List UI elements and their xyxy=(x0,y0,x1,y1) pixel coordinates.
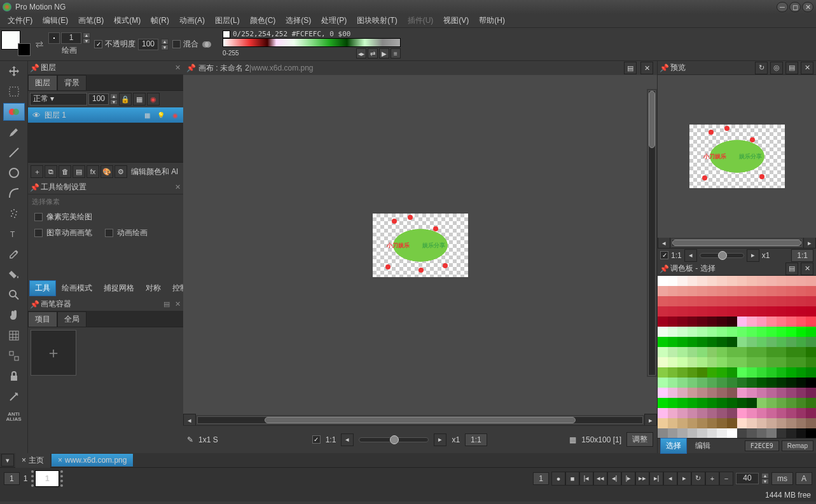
close-window-button[interactable]: ✕ xyxy=(802,2,813,12)
antialias-tool[interactable]: ANTIALIAS xyxy=(3,408,25,426)
palette-cell[interactable] xyxy=(697,276,707,286)
palette-cell[interactable] xyxy=(737,286,747,296)
palette-cell[interactable] xyxy=(777,306,787,317)
palette-cell[interactable] xyxy=(677,327,688,337)
palette-cell[interactable] xyxy=(737,378,747,388)
layer-checker-icon[interactable]: ▦ xyxy=(133,93,146,106)
palette-cell[interactable] xyxy=(707,418,717,428)
delete-layer-icon[interactable]: 🗑 xyxy=(59,165,71,178)
palette-cell[interactable] xyxy=(806,306,816,317)
record-icon[interactable]: ● xyxy=(551,472,565,486)
palette-cell[interactable] xyxy=(717,398,727,408)
ts-tab-0[interactable]: 工具 xyxy=(29,280,56,296)
palette-cell[interactable] xyxy=(796,388,806,398)
palette-cell[interactable] xyxy=(786,388,796,398)
layer-palette-icon[interactable]: 🎨 xyxy=(100,165,113,178)
palette-cell[interactable] xyxy=(668,357,678,367)
frame-number-right[interactable]: 1 xyxy=(533,472,549,485)
palette-cell[interactable] xyxy=(688,367,698,378)
preview-zoom-reset[interactable]: 1:1 xyxy=(791,249,813,262)
palette-cell[interactable] xyxy=(777,418,787,428)
palette-close-icon[interactable]: ✕ xyxy=(801,262,813,275)
palette-cell[interactable] xyxy=(707,428,717,438)
palette-cell[interactable] xyxy=(737,388,747,398)
palette-cell[interactable] xyxy=(717,408,727,418)
fill-tool[interactable] xyxy=(3,266,25,283)
opacity-down[interactable]: ▼ xyxy=(161,44,169,50)
pin-icon[interactable]: 📌 xyxy=(187,64,195,72)
palette-cell[interactable] xyxy=(688,388,698,398)
layer-opacity-input[interactable]: 100 xyxy=(88,93,109,105)
palette-cell[interactable] xyxy=(717,327,727,337)
remove-frame-icon[interactable]: − xyxy=(719,472,733,486)
palette-cell[interactable] xyxy=(757,327,767,337)
palette-cell[interactable] xyxy=(707,357,717,367)
palette-cell[interactable] xyxy=(677,337,688,347)
palette-cell[interactable] xyxy=(737,428,747,438)
preview-h-scrollbar[interactable]: ◂ ▸ xyxy=(658,238,816,248)
palette-cell[interactable] xyxy=(757,408,767,418)
layers-close-icon[interactable]: ✕ xyxy=(175,64,181,72)
palette-cell[interactable] xyxy=(806,337,816,347)
palette-cell[interactable] xyxy=(796,296,806,306)
palette-cell[interactable] xyxy=(688,286,698,296)
palette-cell[interactable] xyxy=(727,367,737,378)
palette-cell[interactable] xyxy=(806,286,816,296)
palette-cell[interactable] xyxy=(777,337,787,347)
palette-cell[interactable] xyxy=(688,398,698,408)
palette-cell[interactable] xyxy=(697,408,707,418)
palette-cell[interactable] xyxy=(766,357,777,367)
palette-cell[interactable] xyxy=(766,428,777,438)
palette-cell[interactable] xyxy=(766,276,777,286)
eyedropper-tool[interactable] xyxy=(3,245,25,263)
menu-视图(V)[interactable]: 视图(V) xyxy=(438,14,474,27)
adjust-button[interactable]: 调整 xyxy=(626,432,653,447)
palette-cell[interactable] xyxy=(658,408,668,418)
canvas-image[interactable]: 小刀娱乐 娱乐分享 xyxy=(373,214,468,277)
color-swatches[interactable] xyxy=(1,31,31,58)
menu-颜色(C)[interactable]: 颜色(C) xyxy=(245,14,281,27)
prev-frame-icon[interactable]: ◂| xyxy=(607,472,621,486)
palette-cell[interactable] xyxy=(786,378,796,388)
palette-cell[interactable] xyxy=(747,367,757,378)
spray-tool[interactable] xyxy=(3,205,25,222)
ts-tab-1[interactable]: 绘画模式 xyxy=(56,280,98,296)
palette-cell[interactable] xyxy=(717,347,727,357)
palette-select-tab[interactable]: 选择 xyxy=(660,438,687,454)
preview-zoom-slider[interactable] xyxy=(700,253,744,258)
play-back-icon[interactable]: ◂ xyxy=(663,472,677,486)
zoom-reset-button[interactable]: 1:1 xyxy=(465,433,487,446)
stamp-brush-checkbox[interactable] xyxy=(34,229,43,237)
add-frame-icon[interactable]: + xyxy=(705,472,719,486)
preview-scroll-left[interactable]: ◂ xyxy=(658,236,670,249)
palette-cell[interactable] xyxy=(747,286,757,296)
palette-cell[interactable] xyxy=(697,378,707,388)
palette-remap-button[interactable]: Remap xyxy=(782,440,813,451)
palette-cell[interactable] xyxy=(757,357,767,367)
palette-cell[interactable] xyxy=(658,327,668,337)
pixel-perfect-checkbox[interactable] xyxy=(34,213,43,221)
palette-cell[interactable] xyxy=(727,286,737,296)
palette-cell[interactable] xyxy=(668,327,678,337)
palette-cell[interactable] xyxy=(806,357,816,367)
duplicate-layer-icon[interactable]: ⧉ xyxy=(45,165,57,178)
palette-cell[interactable] xyxy=(707,347,717,357)
palette-cell[interactable] xyxy=(786,418,796,428)
layer-settings-icon[interactable]: ⚙ xyxy=(114,165,127,178)
palette-cell[interactable] xyxy=(786,306,796,317)
frame-number-left[interactable]: 1 xyxy=(4,472,20,485)
palette-cell[interactable] xyxy=(747,347,757,357)
palette-cell[interactable] xyxy=(707,286,717,296)
palette-cell[interactable] xyxy=(707,327,717,337)
palette-cell[interactable] xyxy=(727,418,737,428)
palette-cell[interactable] xyxy=(677,276,688,286)
palette-cell[interactable] xyxy=(766,408,777,418)
palette-cell[interactable] xyxy=(658,388,668,398)
palette-cell[interactable] xyxy=(806,398,816,408)
palette-cell[interactable] xyxy=(688,428,698,438)
scroll-left-icon[interactable]: ◂ xyxy=(183,414,196,426)
pin-icon[interactable]: 📌 xyxy=(660,265,668,273)
palette-cell[interactable] xyxy=(737,306,747,317)
palette-cell[interactable] xyxy=(806,428,816,438)
file-tab[interactable]: ×www.x6d.com.png xyxy=(52,454,133,467)
